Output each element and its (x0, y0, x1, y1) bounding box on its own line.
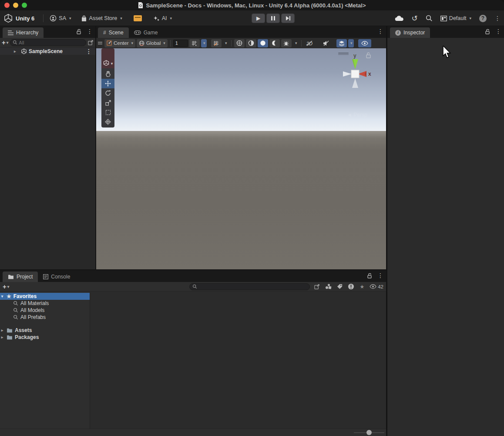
add-gameobject-button[interactable]: + ▾ (2, 39, 8, 46)
expand-arrow-icon[interactable]: ▾ (0, 294, 4, 298)
tool-handle-rotation-dropdown[interactable]: Global ▾ (137, 39, 168, 47)
search-icon[interactable] (426, 15, 433, 22)
grid-settings-dropdown[interactable]: ▾ (223, 39, 228, 47)
hierarchy-item-samplescene[interactable]: ▸ SampleScene ⋮ (0, 47, 95, 55)
add-asset-button[interactable]: + ▾ (3, 283, 9, 290)
transform-tool[interactable] (101, 117, 114, 127)
tab-project[interactable]: Project (3, 272, 38, 282)
scene-menu-kebab-icon[interactable]: ⋮ (377, 28, 383, 34)
tree-item-all-materials[interactable]: All Materials (0, 300, 90, 307)
pause-button[interactable] (266, 13, 280, 23)
lock-icon[interactable] (485, 29, 490, 34)
grid-size-input[interactable] (173, 40, 188, 47)
scene-effects-dropdown[interactable]: ▾ (348, 39, 354, 47)
rect-tool[interactable] (101, 107, 114, 117)
scene-name-label: SampleScene (29, 48, 63, 54)
move-tool[interactable] (101, 79, 114, 88)
grid-visibility-button[interactable] (211, 39, 222, 47)
project-search-field[interactable] (189, 283, 310, 290)
project-search-input[interactable] (199, 284, 307, 289)
scene-audio-toggle[interactable] (321, 39, 331, 47)
tree-item-all-prefabs[interactable]: All Prefabs (0, 314, 90, 321)
scene-visibility-toggle[interactable] (358, 39, 371, 47)
scene-viewport[interactable]: ▾ (96, 48, 386, 269)
expand-arrow-icon[interactable]: ▸ (0, 335, 4, 339)
cloud-icon[interactable] (395, 15, 404, 21)
crescent-icon (272, 40, 278, 46)
tools-overlay: ▾ (101, 48, 114, 127)
package-manager-icon[interactable] (134, 15, 142, 21)
folder-icon (8, 275, 14, 279)
pause-icon (271, 16, 275, 20)
lock-icon[interactable] (77, 29, 81, 34)
debug-options-dropdown[interactable]: ▾ (293, 39, 299, 47)
debug-mode-button[interactable] (281, 39, 292, 47)
perspective-label[interactable]: ◄ Persp (347, 112, 367, 118)
play-button[interactable]: ▶ (252, 13, 265, 23)
toolbar-drag-handle[interactable] (98, 41, 102, 46)
orientation-gizmo[interactable]: y x (338, 50, 386, 97)
tab-hierarchy[interactable]: Hierarchy (3, 27, 44, 38)
asset-store-dropdown[interactable]: Asset Store ▾ (81, 15, 122, 22)
axis-neg-y-cone (352, 78, 358, 88)
slider-knob[interactable] (366, 430, 372, 435)
help-button[interactable]: ? (479, 15, 487, 22)
hierarchy-menu-kebab-icon[interactable]: ⋮ (87, 28, 93, 34)
scene-fx-button[interactable] (269, 39, 280, 47)
scene-2d-toggle[interactable]: 2D (304, 39, 315, 47)
tree-item-favorites[interactable]: ▾ ★ Favorites (0, 293, 90, 300)
thumbnail-zoom-slider[interactable] (354, 431, 384, 434)
undo-history-icon[interactable]: ↺ (412, 14, 418, 23)
chevron-down-icon: ▾ (163, 41, 165, 45)
rotate-tool[interactable] (101, 88, 114, 98)
tool-handle-position-dropdown[interactable]: Center ▾ (104, 39, 135, 47)
tab-scene[interactable]: # Scene (98, 27, 129, 38)
hierarchy-search-field[interactable] (10, 39, 86, 46)
shading-mode-button[interactable] (234, 39, 245, 47)
search-by-label-icon[interactable] (337, 284, 343, 289)
gizmo-center-cube (351, 70, 359, 78)
expand-arrow-icon[interactable]: ▸ (0, 328, 4, 332)
2d-disabled-icon: 2D (306, 40, 313, 46)
expand-arrow-icon[interactable]: ▸ (14, 49, 16, 54)
scene-ground (96, 131, 386, 269)
scene-lighting-toggle[interactable] (258, 39, 268, 47)
ai-dropdown[interactable]: AI ▾ (153, 15, 172, 22)
visible-items-indicator[interactable]: 42 (370, 284, 383, 289)
tree-item-assets[interactable]: ▸ Assets (0, 327, 90, 334)
tab-console[interactable]: Console (38, 272, 75, 282)
snap-increment-button[interactable] (189, 39, 200, 47)
scene-options-kebab-icon[interactable]: ⋮ (86, 48, 92, 54)
tab-inspector[interactable]: i Inspector (390, 27, 430, 38)
axis-y-label: y (353, 53, 356, 59)
scale-tool[interactable] (101, 98, 114, 107)
search-by-import-icon[interactable] (348, 283, 354, 290)
picker-icon[interactable] (314, 284, 320, 289)
tab-game[interactable]: Game (129, 27, 163, 38)
hierarchy-search-input[interactable] (19, 40, 84, 45)
account-dropdown[interactable]: SA ▾ (50, 15, 71, 22)
tree-item-packages[interactable]: ▸ Packages (0, 334, 90, 341)
snap-settings-dropdown[interactable]: ▾ (201, 39, 207, 47)
tools-overlay-header[interactable]: ▾ (101, 48, 114, 68)
toolbar-menu-kebab-icon[interactable]: ⋮ (494, 15, 501, 21)
picker-icon[interactable] (88, 40, 94, 45)
view-hand-tool[interactable] (101, 69, 114, 79)
save-search-star-icon[interactable]: ★ (360, 284, 364, 290)
chevron-down-icon: ▾ (469, 16, 471, 20)
layout-dropdown[interactable]: Default ▾ (440, 15, 471, 21)
search-icon (13, 315, 18, 320)
audio-muted-icon (323, 40, 329, 46)
scene-effects-button[interactable] (336, 39, 347, 47)
tree-item-all-models[interactable]: All Models (0, 307, 90, 314)
search-by-type-icon[interactable] (325, 284, 332, 289)
inspector-menu-kebab-icon[interactable]: ⋮ (495, 28, 501, 34)
project-content-area[interactable] (91, 292, 386, 429)
step-button[interactable] (281, 13, 295, 23)
lock-icon[interactable] (367, 273, 372, 278)
lighting-mode-button[interactable] (246, 39, 256, 47)
axis-neg-x-cone (343, 71, 352, 77)
project-menu-kebab-icon[interactable]: ⋮ (377, 272, 383, 278)
document-icon (138, 2, 143, 8)
chevron-down-icon: ▾ (7, 40, 9, 45)
